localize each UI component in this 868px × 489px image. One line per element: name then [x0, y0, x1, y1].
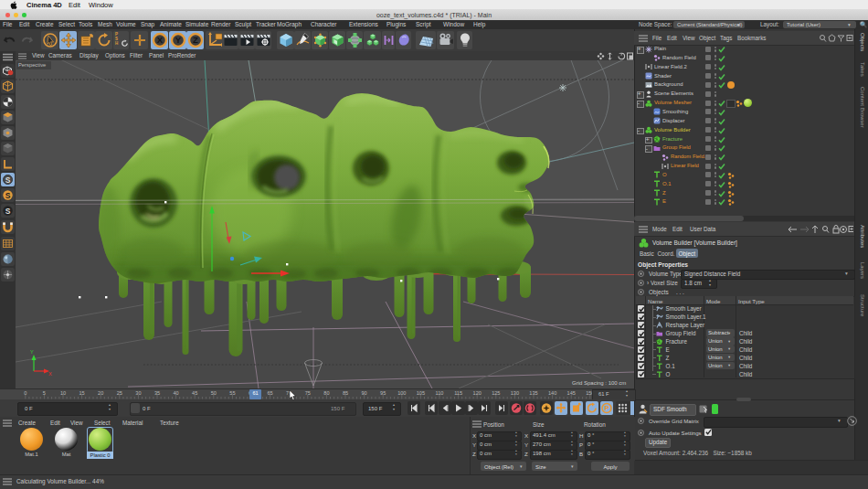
svg-text:Z: Z: [193, 35, 198, 45]
svg-text:S: S: [5, 191, 11, 200]
svg-text:Y: Y: [30, 349, 34, 355]
svg-text:S: S: [5, 207, 11, 216]
svg-text:Y: Y: [175, 35, 181, 45]
svg-text:X: X: [48, 371, 52, 377]
svg-text:P: P: [604, 404, 609, 412]
svg-text:X: X: [157, 35, 164, 45]
svg-text:S: S: [5, 175, 11, 185]
